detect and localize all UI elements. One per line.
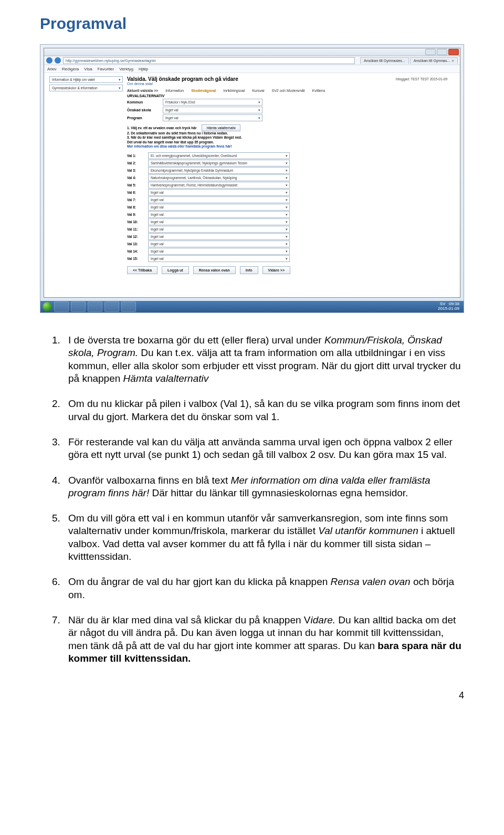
nav-forward-icon[interactable] (55, 57, 61, 64)
schools-info-select[interactable]: Gymnasieskolor & information (49, 85, 123, 91)
val-select-2[interactable]: Samhällsvetenskapsprogrammet, Nyköpings … (148, 160, 290, 166)
start-button[interactable] (43, 302, 52, 311)
val-select-11[interactable]: Inget val (148, 226, 290, 233)
logout-button[interactable]: Logga ut (162, 266, 189, 274)
tab-label: Ansökan till Gymnas... (414, 58, 450, 64)
taskbar-item[interactable] (121, 301, 136, 312)
menu-item[interactable]: Hjälp (139, 67, 148, 71)
close-tab-icon[interactable]: × (452, 58, 454, 64)
info-button[interactable]: Info (240, 266, 258, 274)
list-item: I de översta tre boxarna gör du ett (ell… (63, 334, 464, 385)
list-item: Ovanför valboxarna finns en blå text Mer… (63, 474, 464, 500)
menu-item[interactable]: Verktyg (119, 67, 133, 71)
val-list: Val 1:El- och energiprogrammet, Utveckli… (127, 152, 455, 262)
val-label: Val 14: (127, 249, 145, 253)
nav-step[interactable]: Kursval (252, 89, 264, 92)
val-label: Val 12: (127, 235, 145, 238)
val-select-1[interactable]: El- och energiprogrammet, Utvecklingscen… (148, 152, 290, 159)
fetch-alternatives-button[interactable]: Hämta valalternativ (202, 124, 240, 131)
taskbar-item[interactable] (88, 301, 102, 312)
onskad-skola-label: Önskad skola (127, 108, 159, 112)
instructions-list: I de översta tre boxarna gör du ett (ell… (40, 334, 464, 665)
list-item: Om du nu klickar på pilen i valbox (Val … (63, 398, 464, 423)
val-select-7[interactable]: Inget val (148, 196, 290, 203)
list-item: Om du vill göra ett val i en kommun utan… (63, 512, 464, 563)
val-select-15[interactable]: Inget val (148, 255, 290, 262)
val-select-4[interactable]: Naturbruksprogrammet, Lantbruk, Öknaskol… (148, 174, 290, 181)
taskbar: SV 09:38 2015-01-09 (40, 301, 464, 312)
nav-back-icon[interactable] (46, 57, 52, 64)
val-select-13[interactable]: Inget val (148, 241, 290, 247)
page-title: Programval (40, 15, 464, 33)
val-label: Val 8: (127, 205, 145, 209)
program-label: Program (127, 116, 159, 120)
nav-step[interactable]: Information (165, 89, 184, 92)
val-select-14[interactable]: Inget val (148, 248, 290, 255)
val-select-5[interactable]: Hantverksprogrammet, Florist, Himmelstal… (148, 182, 290, 189)
window-min-button[interactable] (425, 49, 436, 55)
logged-in-status: Inloggad: TEST TEST 2015-01-09 (396, 77, 447, 81)
kommun-select[interactable]: Friskolor i Nyk./Oxd (163, 99, 262, 106)
taskbar-item[interactable] (104, 301, 119, 312)
val-label: Val 10: (127, 220, 145, 224)
val-label: Val 6: (127, 191, 145, 194)
window-max-button[interactable] (437, 49, 447, 55)
val-label: Val 1: (127, 154, 145, 158)
clear-vals-button[interactable]: Rensa valen ovan (193, 266, 236, 274)
onskad-skola-select[interactable]: Inget val (163, 107, 262, 113)
val-label: Val 2: (127, 161, 145, 165)
url-input[interactable]: http://gymnasiewebben.nykoping.se/Gymnas… (63, 57, 355, 64)
val-select-8[interactable]: Inget val (148, 204, 290, 211)
instruction-block: 1. Välj ev. ett av urvalen ovan och tryc… (127, 124, 455, 149)
taskbar-item[interactable] (71, 301, 86, 312)
window-close-button[interactable] (448, 49, 459, 55)
embedded-screenshot: http://gymnasiewebben.nykoping.se/Gymnas… (40, 44, 464, 313)
menu-item[interactable]: Favoriter (98, 67, 114, 71)
back-button[interactable]: << Tillbaka (127, 266, 158, 274)
taskbar-lang: SV (440, 301, 446, 306)
val-label: Val 5: (127, 183, 145, 187)
nav-step-active[interactable]: Studievägsval (191, 89, 216, 92)
val-select-9[interactable]: Inget val (148, 211, 290, 218)
menu-item[interactable]: Redigera (62, 67, 79, 71)
val-label: Val 13: (127, 242, 145, 246)
program-select[interactable]: Inget val (163, 114, 262, 121)
page-number: 4 (40, 690, 464, 701)
menu-item[interactable]: Visa (84, 67, 92, 71)
nav-step[interactable]: Inriktningsval (223, 89, 245, 92)
val-label: Val 15: (127, 257, 145, 260)
help-about-select[interactable]: Information & Hjälp om valet (49, 76, 123, 83)
more-info-link[interactable]: Mer information om dina valda eller fram… (127, 144, 232, 148)
list-item: Om du ångrar de val du har gjort kan du … (63, 576, 464, 601)
taskbar-item[interactable] (54, 301, 69, 312)
next-button[interactable]: Vidare >> (262, 266, 290, 274)
taskbar-time: 09:38 (449, 301, 459, 306)
step-nav: Aktuell valsida >> Information Studieväg… (127, 89, 455, 92)
val-label: Val 7: (127, 198, 145, 202)
browser-tab-1[interactable]: Ansökan till Gymnasies... (360, 57, 409, 64)
val-label: Val 11: (127, 227, 145, 231)
breadcrumb: Aktuell valsida >> (127, 89, 158, 92)
val-select-6[interactable]: Inget val (148, 189, 290, 196)
tab-label: Ansökan till Gymnasies... (364, 58, 405, 64)
val-select-3[interactable]: Ekonomiprogrammet, Nyköpings Enskilda Gy… (148, 167, 290, 174)
val-label: Val 9: (127, 213, 145, 216)
taskbar-date: 2015-01-09 (438, 306, 459, 311)
kommun-label: Kommun (127, 100, 159, 104)
list-item: För resterande val kan du välja att anvä… (63, 436, 464, 462)
val-select-10[interactable]: Inget val (148, 218, 290, 225)
nav-step[interactable]: SV2 och Modersmål (271, 89, 304, 92)
menu-item[interactable]: Arkiv (47, 67, 57, 71)
list-item: När du är klar med dina val så klickar d… (63, 614, 464, 665)
val-label: Val 4: (127, 176, 145, 180)
nav-step[interactable]: Kvittens (312, 89, 326, 92)
val-label: Val 3: (127, 169, 145, 172)
about-page-link[interactable]: Om denna sida! (127, 82, 455, 86)
val-select-12[interactable]: Inget val (148, 233, 290, 240)
browser-tab-2[interactable]: Ansökan till Gymnas...× (410, 57, 458, 64)
menubar: Arkiv Redigera Visa Favoriter Verktyg Hj… (44, 65, 460, 73)
section-label: URVALSALTERNATIV (127, 94, 455, 98)
